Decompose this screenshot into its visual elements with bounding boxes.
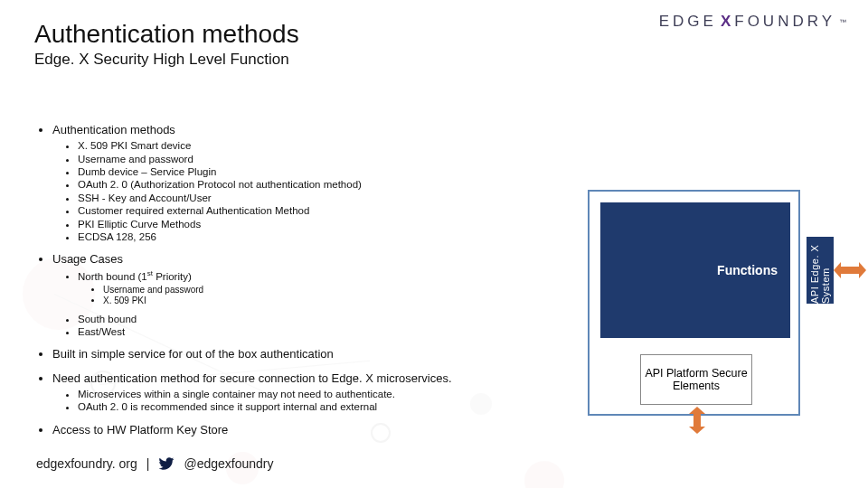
list-item: Customer required external Authenticatio…: [78, 204, 597, 217]
slide-header: Authentication methods Edge. X Security …: [34, 20, 299, 69]
api-platform-box: API Platform Secure Elements: [640, 354, 752, 405]
double-arrow-vertical-icon: [689, 407, 705, 434]
logo-right: FOUNDRY: [734, 13, 835, 31]
api-edgex-system-box: API Edge. X System: [807, 237, 834, 304]
list-item: OAuth 2. 0 (Authorization Protocol not a…: [78, 178, 597, 191]
list-item: X. 509 PKI Smart device: [78, 139, 597, 152]
logo-x-icon: X: [721, 13, 731, 31]
edgex-logo: EDGE X FOUNDRY ™: [659, 13, 846, 31]
list-item-northbound: North bound (1st Priority) Username and …: [78, 269, 597, 307]
logo-tm: ™: [839, 18, 846, 26]
bullet-need-auth: Need authentication method for secure co…: [52, 371, 597, 414]
twitter-icon: [158, 455, 175, 472]
list-item: X. 509 PKI: [103, 296, 597, 307]
footer-handle: @edgexfoundry: [184, 456, 273, 471]
bullet-usage-cases: Usage Cases North bound (1st Priority) U…: [52, 252, 597, 338]
logo-left: EDGE: [659, 13, 717, 31]
bullet-hw-keystore: Access to HW Platform Key Store: [52, 423, 597, 437]
double-arrow-horizontal-icon: [834, 262, 866, 278]
list-item: OAuth 2. 0 is recommended since it suppo…: [78, 400, 597, 413]
diagram-outer-box: Functions API Platform Secure Elements: [588, 190, 800, 416]
slide-title: Authentication methods: [34, 20, 299, 49]
bullet-builtin: Built in simple service for out of the b…: [52, 347, 597, 361]
architecture-diagram: Functions API Platform Secure Elements A…: [588, 190, 850, 434]
list-item: PKI Elliptic Curve Methods: [78, 218, 597, 230]
footer-site: edgexfoundry. org: [36, 456, 137, 471]
list-item: Username and password: [103, 285, 597, 296]
list-item: Dumb device – Service Plugin: [78, 165, 597, 178]
list-item: East/West: [78, 325, 597, 338]
list-item: South bound: [78, 313, 597, 325]
slide-footer: edgexfoundry. org | @edgexfoundry: [36, 455, 274, 472]
content-body: Authentication methods X. 509 PKI Smart …: [36, 123, 597, 446]
list-item: Username and password: [78, 153, 597, 165]
list-item: ECDSA 128, 256: [78, 230, 597, 243]
bullet-auth-methods: Authentication methods X. 509 PKI Smart …: [52, 123, 597, 243]
footer-separator: |: [146, 456, 150, 471]
list-item: SSH - Key and Account/User: [78, 192, 597, 204]
list-item: Microservices within a single container …: [78, 388, 597, 400]
slide-subtitle: Edge. X Security High Level Function: [34, 51, 299, 69]
functions-box: Functions: [600, 202, 790, 338]
